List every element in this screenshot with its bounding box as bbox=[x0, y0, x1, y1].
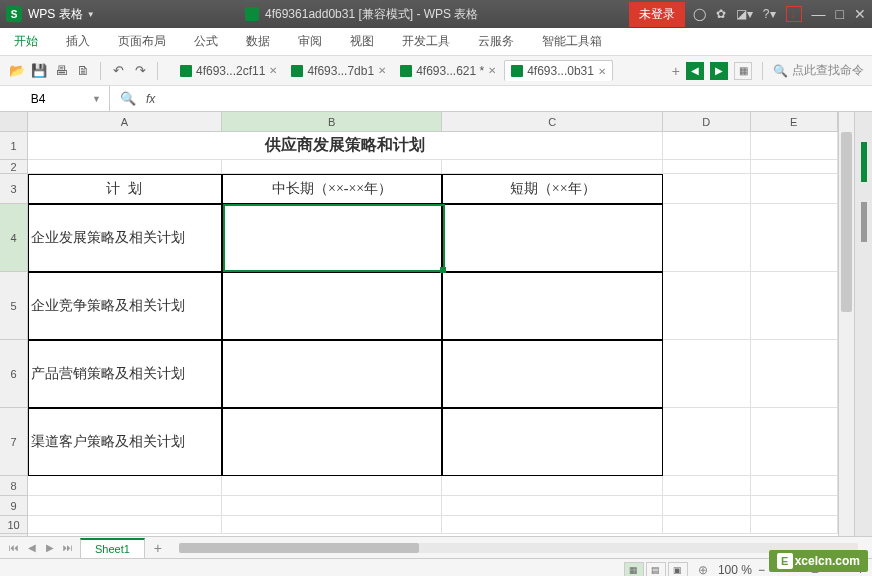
tab-list-button[interactable]: ▦ bbox=[734, 62, 752, 80]
table-cell[interactable] bbox=[222, 340, 443, 408]
cell[interactable] bbox=[751, 272, 838, 340]
scrollbar-thumb[interactable] bbox=[179, 543, 419, 553]
tab-next-button[interactable]: ▶ bbox=[710, 62, 728, 80]
row-header[interactable]: 8 bbox=[0, 476, 27, 496]
open-icon[interactable]: 📂 bbox=[8, 62, 26, 80]
table-cell[interactable] bbox=[222, 408, 443, 476]
menu-data[interactable]: 数据 bbox=[246, 33, 270, 50]
cell[interactable] bbox=[751, 516, 838, 534]
menu-review[interactable]: 审阅 bbox=[298, 33, 322, 50]
menu-smarttools[interactable]: 智能工具箱 bbox=[542, 33, 602, 50]
cell[interactable] bbox=[663, 204, 750, 272]
cell[interactable] bbox=[663, 516, 750, 534]
side-tab-1[interactable] bbox=[861, 142, 867, 182]
table-cell[interactable]: 企业竞争策略及相关计划 bbox=[28, 272, 222, 340]
download-icon[interactable]: ↓ bbox=[786, 6, 802, 22]
search-fx-icon[interactable]: 🔍 bbox=[120, 91, 136, 106]
select-all-corner[interactable] bbox=[0, 112, 27, 132]
cell[interactable] bbox=[663, 132, 751, 160]
table-cell[interactable] bbox=[442, 272, 663, 340]
name-box[interactable]: ▼ bbox=[0, 86, 110, 111]
cell[interactable] bbox=[663, 496, 750, 516]
col-header[interactable]: A bbox=[28, 112, 222, 131]
cell[interactable] bbox=[663, 272, 750, 340]
menu-start[interactable]: 开始 bbox=[14, 33, 38, 50]
view-pagelayout-button[interactable]: ▣ bbox=[668, 562, 688, 577]
row-header[interactable]: 3 bbox=[0, 174, 27, 204]
row-header[interactable]: 7 bbox=[0, 408, 27, 476]
vertical-scrollbar[interactable] bbox=[838, 112, 854, 536]
doc-tab[interactable]: 4f693...7db1✕ bbox=[285, 61, 392, 81]
col-header-selected[interactable]: B bbox=[222, 112, 443, 131]
view-normal-button[interactable]: ▦ bbox=[624, 562, 644, 577]
cell[interactable] bbox=[751, 496, 838, 516]
col-header[interactable]: E bbox=[751, 112, 838, 131]
cell[interactable] bbox=[751, 174, 838, 204]
view-pagebreak-button[interactable]: ▤ bbox=[646, 562, 666, 577]
zoom-out-button[interactable]: − bbox=[758, 563, 765, 577]
cell-reference-input[interactable] bbox=[8, 92, 68, 106]
cell[interactable] bbox=[751, 408, 838, 476]
cell[interactable] bbox=[442, 516, 663, 534]
sync-icon[interactable]: ◯ bbox=[693, 7, 706, 21]
sheet-tab-active[interactable]: Sheet1 bbox=[80, 538, 145, 558]
cell[interactable] bbox=[751, 340, 838, 408]
horizontal-scrollbar[interactable] bbox=[179, 543, 858, 553]
close-icon[interactable]: ✕ bbox=[378, 65, 386, 76]
menu-insert[interactable]: 插入 bbox=[66, 33, 90, 50]
table-cell[interactable] bbox=[442, 408, 663, 476]
col-header[interactable]: D bbox=[663, 112, 750, 131]
app-dropdown-icon[interactable]: ▼ bbox=[87, 10, 95, 19]
table-header-cell[interactable]: 短期（××年） bbox=[442, 174, 663, 204]
print-icon[interactable]: 🖶 bbox=[52, 62, 70, 80]
fx-label[interactable]: fx bbox=[146, 92, 155, 106]
cell[interactable] bbox=[663, 160, 750, 174]
close-icon[interactable]: ✕ bbox=[598, 66, 606, 77]
menu-pagelayout[interactable]: 页面布局 bbox=[118, 33, 166, 50]
sheet-first-icon[interactable]: ⏮ bbox=[6, 540, 22, 556]
zoom-level[interactable]: 100 % bbox=[718, 563, 752, 577]
sheet-prev-icon[interactable]: ◀ bbox=[24, 540, 40, 556]
settings-icon[interactable]: ✿ bbox=[716, 7, 726, 21]
maximize-button[interactable]: □ bbox=[836, 6, 844, 22]
cell[interactable] bbox=[663, 476, 750, 496]
cell[interactable] bbox=[663, 340, 750, 408]
table-cell[interactable] bbox=[442, 340, 663, 408]
table-cell[interactable] bbox=[222, 204, 443, 272]
row-header[interactable]: 9 bbox=[0, 496, 27, 516]
redo-icon[interactable]: ↷ bbox=[131, 62, 149, 80]
help-icon[interactable]: ?▾ bbox=[763, 7, 776, 21]
undo-icon[interactable]: ↶ bbox=[109, 62, 127, 80]
cell[interactable] bbox=[28, 160, 222, 174]
table-cell[interactable]: 企业发展策略及相关计划 bbox=[28, 204, 222, 272]
minimize-button[interactable]: — bbox=[812, 6, 826, 22]
table-cell[interactable] bbox=[442, 204, 663, 272]
doc-tab[interactable]: 4f693...2cf11✕ bbox=[174, 61, 283, 81]
cell[interactable] bbox=[751, 132, 839, 160]
menu-formula[interactable]: 公式 bbox=[194, 33, 218, 50]
close-icon[interactable]: ✕ bbox=[269, 65, 277, 76]
cell[interactable] bbox=[663, 174, 750, 204]
row-header[interactable]: 6 bbox=[0, 340, 27, 408]
preview-icon[interactable]: 🗎 bbox=[74, 62, 92, 80]
doc-tab[interactable]: 4f693...621 *✕ bbox=[394, 61, 502, 81]
menu-cloud[interactable]: 云服务 bbox=[478, 33, 514, 50]
menu-devtools[interactable]: 开发工具 bbox=[402, 33, 450, 50]
cell[interactable] bbox=[751, 160, 838, 174]
cell[interactable] bbox=[222, 496, 443, 516]
save-icon[interactable]: 💾 bbox=[30, 62, 48, 80]
cell[interactable] bbox=[442, 160, 663, 174]
table-cell[interactable]: 渠道客户策略及相关计划 bbox=[28, 408, 222, 476]
scrollbar-thumb[interactable] bbox=[841, 132, 852, 312]
add-sheet-button[interactable]: + bbox=[149, 539, 167, 557]
cell[interactable] bbox=[751, 204, 838, 272]
cell[interactable] bbox=[751, 476, 838, 496]
sheet-next-icon[interactable]: ▶ bbox=[42, 540, 58, 556]
row-header[interactable]: 10 bbox=[0, 516, 27, 534]
sheet-last-icon[interactable]: ⏭ bbox=[60, 540, 76, 556]
cell[interactable] bbox=[222, 516, 443, 534]
cell[interactable] bbox=[28, 516, 222, 534]
add-tab-button[interactable]: + bbox=[672, 63, 680, 79]
reading-mode-icon[interactable]: ⊕ bbox=[698, 563, 708, 577]
cell[interactable] bbox=[28, 476, 222, 496]
